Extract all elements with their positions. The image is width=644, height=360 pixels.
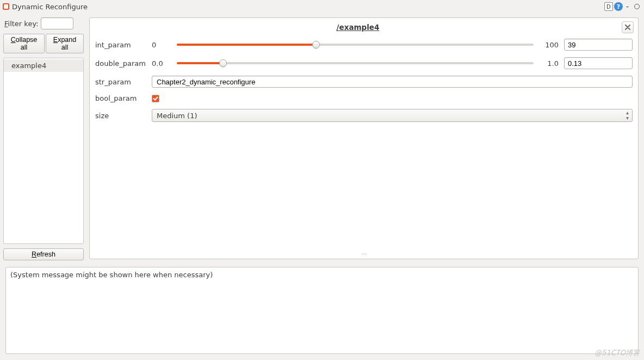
expand-all-button[interactable]: Expand all: [46, 34, 84, 53]
minimize-button[interactable]: -: [624, 2, 631, 11]
tree-item-example4[interactable]: example4: [4, 59, 83, 72]
node-tree[interactable]: example4: [3, 58, 84, 244]
size-combo[interactable]: Medium (1) ▴▾: [152, 109, 633, 122]
lower: (System message might be shown here when…: [0, 264, 644, 356]
param-label-str: str_param: [95, 78, 146, 86]
main: /example4 int_param 0 100: [87, 13, 644, 264]
titlebar-right: D ? -: [604, 2, 642, 11]
help-icon[interactable]: ?: [614, 2, 623, 11]
int-min: 0: [152, 41, 171, 49]
sidebar: Filter key: Collapse all Expand all exam…: [0, 13, 87, 264]
refresh-button[interactable]: Refresh: [3, 248, 84, 260]
upper-split: Filter key: Collapse all Expand all exam…: [0, 13, 644, 264]
window-title: Dynamic Reconfigure: [12, 3, 88, 11]
str-value-input[interactable]: [152, 76, 633, 88]
param-double: double_param 0.0 1.0: [95, 57, 633, 69]
system-message-box: (System message might be shown here when…: [5, 267, 639, 354]
param-str: str_param: [95, 76, 633, 88]
param-size: size Medium (1) ▴▾: [95, 109, 633, 122]
slider-thumb[interactable]: [312, 41, 320, 48]
restore-button[interactable]: [634, 4, 640, 9]
filter-input[interactable]: [41, 17, 73, 29]
collapse-all-button[interactable]: Collapse all: [3, 34, 45, 53]
int-value-input[interactable]: [564, 39, 633, 51]
panel-head: /example4: [90, 18, 638, 36]
panel-title: /example4: [94, 23, 622, 32]
double-max: 1.0: [539, 59, 559, 68]
reconfigure-panel: /example4 int_param 0 100: [89, 17, 639, 259]
check-icon: [153, 96, 158, 101]
chevron-updown-icon: ▴▾: [626, 110, 629, 121]
int-max: 100: [539, 41, 559, 49]
int-slider[interactable]: [177, 40, 534, 50]
slider-fill: [177, 44, 316, 46]
param-label-bool: bool_param: [95, 94, 146, 102]
param-label-size: size: [95, 112, 146, 120]
param-int: int_param 0 100: [95, 39, 633, 51]
bool-checkbox[interactable]: [152, 95, 159, 102]
filter-row: Filter key:: [3, 15, 84, 32]
param-bool: bool_param: [95, 94, 633, 102]
tree-ops-row: Collapse all Expand all: [3, 34, 84, 53]
svg-rect-1: [4, 4, 8, 9]
size-combo-value: Medium (1): [157, 112, 197, 120]
double-slider[interactable]: [177, 58, 534, 68]
slider-track: [177, 62, 534, 64]
watermark: @51CTO博客: [595, 348, 640, 358]
d-indicator: D: [604, 2, 613, 11]
params-list: int_param 0 100 double_param 0.0: [90, 36, 638, 125]
panel-drag-handle[interactable]: ᠁: [90, 125, 638, 259]
param-label-int: int_param: [95, 41, 146, 49]
double-min: 0.0: [152, 59, 171, 68]
refresh-row: Refresh: [3, 248, 84, 260]
close-icon: [625, 25, 630, 30]
filter-label: Filter key:: [4, 20, 39, 28]
double-value-input[interactable]: [564, 57, 633, 69]
slider-fill: [177, 62, 223, 64]
slider-thumb[interactable]: [219, 59, 227, 67]
app-icon: [2, 3, 10, 10]
titlebar: Dynamic Reconfigure D ? -: [0, 0, 644, 13]
close-panel-button[interactable]: [622, 21, 634, 33]
param-label-double: double_param: [95, 59, 146, 68]
